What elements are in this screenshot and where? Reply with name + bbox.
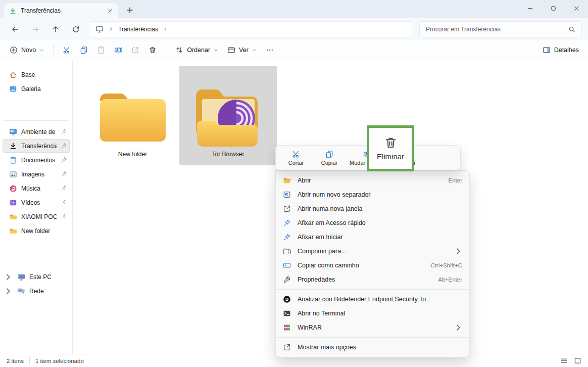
view-button[interactable]: Ver <box>223 42 261 58</box>
desktop-icon <box>9 128 17 136</box>
nav-buttons <box>6 21 85 37</box>
new-button[interactable]: Novo <box>5 42 48 58</box>
arrow-left-icon <box>11 25 19 33</box>
chevron-down-icon <box>214 48 218 53</box>
back-button[interactable] <box>6 21 24 37</box>
details-pane-button[interactable]: Detalhes <box>538 42 583 58</box>
sidebar-item-documentos[interactable]: Documentos <box>3 153 70 167</box>
more-button[interactable] <box>261 42 278 58</box>
context-command-cortar[interactable]: Cortar <box>280 147 312 169</box>
sort-button[interactable]: Ordenar <box>171 42 223 58</box>
selection-count: 1 item selecionado <box>35 358 84 364</box>
pin-blue-icon <box>283 219 291 227</box>
arrow-up-icon <box>52 25 60 33</box>
sidebar-divider <box>4 120 69 121</box>
menu-item-label: Abrir <box>298 177 442 184</box>
search-input[interactable]: Procurar em Transferências <box>419 21 582 37</box>
menu-item-label: Analizar con Bitdefender Endpoint Securi… <box>298 296 462 303</box>
explorer-tab[interactable]: Transferências <box>4 3 118 18</box>
toolbar-button-label: Ordenar <box>187 47 210 54</box>
share-button[interactable] <box>127 42 144 58</box>
chevron-right-icon <box>454 247 462 255</box>
network-icon <box>17 287 25 295</box>
menu-item-abrir-num-novo-separador[interactable]: Abrir num novo separador <box>276 188 469 202</box>
up-button[interactable] <box>46 21 65 37</box>
chevron-right-icon <box>163 26 168 33</box>
folder-icon <box>9 227 17 235</box>
sidebar-item-xiaomi-poco-f[interactable]: XIAOMI POCO F <box>3 210 70 223</box>
chevron-right-icon <box>454 324 462 332</box>
sidebar-item-label: Transferências <box>21 143 57 150</box>
refresh-icon <box>72 25 80 33</box>
menu-item-label: Copiar como caminho <box>298 262 424 269</box>
context-command-copiar[interactable]: Copiar <box>313 147 346 169</box>
sidebar-item-transfer-ncias[interactable]: Transferências <box>3 139 70 153</box>
pin-icon <box>61 143 67 149</box>
trash-icon <box>149 46 157 54</box>
refresh-button[interactable] <box>67 21 85 37</box>
maximize-button[interactable] <box>542 0 565 17</box>
minimize-button[interactable] <box>518 0 542 17</box>
annotation-highlight-box: Eliminar <box>367 125 414 171</box>
details-label: Detalhes <box>554 47 579 54</box>
tab-close-icon[interactable] <box>107 8 113 14</box>
menu-item-winrar[interactable]: WinRAR <box>276 320 469 335</box>
menu-item-label: Propriedades <box>298 276 431 283</box>
address-bar[interactable]: Transferências <box>89 21 412 37</box>
thumbnail-view-icon[interactable] <box>574 357 581 364</box>
menu-item-analizar-con-bitdefender-endpoint-security-to[interactable]: B Analizar con Bitdefender Endpoint Secu… <box>276 292 469 306</box>
sidebar-item-label: Este PC <box>29 273 67 281</box>
open-window-icon <box>283 205 291 213</box>
tab-title: Transferências <box>21 7 103 14</box>
pin-icon <box>61 185 67 192</box>
chevron-right-icon[interactable] <box>4 287 12 295</box>
rename-button[interactable] <box>110 42 127 58</box>
menu-item-abrir[interactable]: AbrirEnter <box>276 173 469 188</box>
copy-icon <box>80 46 88 54</box>
menu-item-abrir-no-terminal[interactable]: Abrir no Terminal <box>276 306 469 320</box>
sidebar-item-imagens[interactable]: Imagens <box>3 167 70 181</box>
menu-item-comprimir-para[interactable]: Comprimir para... <box>276 244 469 258</box>
menu-item-label: Abrir numa nova janela <box>298 205 462 212</box>
list-view-icon[interactable] <box>560 357 568 364</box>
menu-item-mostrar-mais-op-es[interactable]: Mostrar mais opções <box>276 340 469 354</box>
file-item-tor-browser[interactable]: Tor Browser <box>179 66 277 165</box>
breadcrumb-segment[interactable]: Transferências <box>118 26 158 33</box>
status-separator <box>29 357 30 364</box>
music-icon <box>9 185 17 193</box>
copy-path-icon <box>283 261 291 269</box>
context-command-label: Copiar <box>321 160 337 166</box>
sidebar-item-m-sica[interactable]: Música <box>3 181 70 195</box>
close-button[interactable] <box>565 0 588 17</box>
sidebar-item-rede[interactable]: Rede <box>3 284 70 298</box>
sidebar-item-este-pc[interactable]: Este PC <box>3 270 70 284</box>
open-folder-icon <box>283 176 291 185</box>
context-command-label: Cortar <box>288 160 304 166</box>
pin-icon <box>61 213 67 220</box>
paste-button[interactable] <box>92 42 110 58</box>
menu-item-abrir-numa-nova-janela[interactable]: Abrir numa nova janela <box>276 202 469 216</box>
delete-button[interactable] <box>144 42 161 58</box>
menu-item-propriedades[interactable]: PropriedadesAlt+Enter <box>276 272 469 287</box>
sidebar-item-ambiente-de-tra[interactable]: Ambiente de tra <box>3 125 70 139</box>
items-count: 2 itens <box>7 358 24 364</box>
maximize-icon <box>550 5 557 12</box>
sidebar-item-new-folder[interactable]: New folder <box>3 224 70 238</box>
chevron-down-icon <box>252 48 257 53</box>
properties-icon <box>283 276 291 284</box>
cut-button[interactable] <box>58 42 75 58</box>
sidebar-item-v-deos[interactable]: Vídeos <box>3 196 70 209</box>
menu-item-afixar-em-acesso-r-pido[interactable]: Afixar em Acesso rápido <box>276 216 469 230</box>
monitor-icon <box>95 25 104 33</box>
menu-item-afixar-em-iniciar[interactable]: Afixar em Iniciar <box>276 230 469 244</box>
sidebar-item-base[interactable]: Base <box>3 68 70 81</box>
menu-item-copiar-como-caminho[interactable]: Copiar como caminhoCtrl+Shift+C <box>276 258 469 272</box>
file-item-new-folder[interactable]: New folder <box>84 66 181 165</box>
sidebar-item-galeria[interactable]: Galeria <box>3 82 70 96</box>
chevron-right-icon[interactable] <box>4 273 12 281</box>
copy-button[interactable] <box>75 42 92 58</box>
menu-item-label: Mostrar mais opções <box>298 344 462 351</box>
toolbar-left: NovoOrdenarVer <box>5 42 278 58</box>
new-tab-button[interactable] <box>123 4 136 17</box>
pictures-icon <box>9 170 17 178</box>
